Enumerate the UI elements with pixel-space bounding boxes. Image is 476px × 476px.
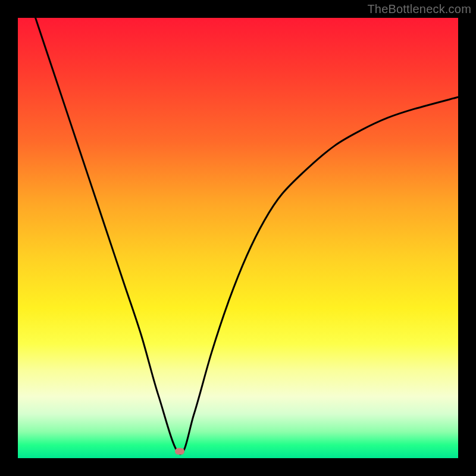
plot-area (18, 18, 458, 458)
watermark-text: TheBottleneck.com (367, 2, 471, 16)
optimum-marker (175, 448, 184, 455)
chart-stage: TheBottleneck.com (0, 0, 476, 476)
bottleneck-curve (36, 18, 458, 454)
curve-svg (18, 18, 458, 458)
